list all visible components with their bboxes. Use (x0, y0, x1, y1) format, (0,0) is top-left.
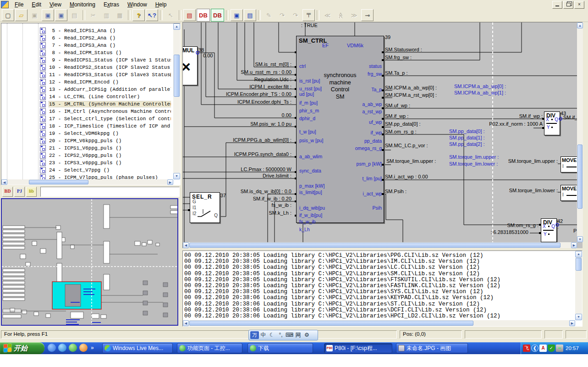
toolbar-button[interactable]: ▣ (42, 9, 54, 21)
toolbar-button[interactable]: ▢ (2, 9, 14, 21)
toolbar-button[interactable]: ▤ (68, 9, 81, 21)
taskbar-task-button[interactable]: 下载 (247, 343, 313, 353)
scroll-thumb[interactable] (189, 243, 561, 248)
scroll-left-button[interactable]: ◀ (183, 242, 189, 248)
toolbar-button[interactable]: ▣ (231, 9, 243, 21)
tree-item[interactable]: 8 - Read_ICPM_Status () (1, 49, 171, 56)
tree-item[interactable]: 19 - Select_VDM6kppg () (1, 130, 171, 137)
project-view-button[interactable]: BD (2, 187, 13, 197)
project-search-field[interactable] (40, 187, 180, 197)
toolbar-button[interactable] (317, 10, 319, 20)
scroll-thumb[interactable] (577, 145, 583, 209)
toolbar-button[interactable] (258, 10, 261, 20)
tree-item[interactable]: 20 - ICPM_V6kppg_puls () (1, 137, 171, 145)
scroll-up-button[interactable]: ▲ (575, 251, 582, 257)
tree-item[interactable]: 23 - ICPS3_v6ppg_puls () (1, 159, 171, 167)
taskbar-task-button[interactable]: 未命名.JPG - 画图 (396, 343, 468, 353)
tree-item[interactable]: 9 - ReadICPS1_Status (ICP slave 1 Status… (1, 56, 171, 64)
menu-item[interactable]: File (11, 1, 27, 8)
ime-icon[interactable]: 中 (259, 331, 268, 339)
toolbar-button[interactable] (226, 10, 229, 20)
toolbar-button[interactable]: ▤ (183, 9, 196, 21)
toolbar-button[interactable]: ▣ (55, 9, 67, 21)
toolbar-button[interactable]: ⊸ (361, 9, 374, 21)
scroll-thumb[interactable] (29, 180, 88, 184)
tree-item[interactable]: 14 - LC_CTRL (Line Controller) (1, 93, 171, 100)
tree-vscrollbar[interactable]: ▲ ▼ (173, 23, 180, 179)
scroll-right-button[interactable]: ▶ (167, 179, 173, 185)
tree-item[interactable]: 12 - Read_ICPM_Encod () (1, 78, 171, 86)
toolbar-button[interactable]: ▱ (15, 9, 27, 21)
tree-item[interactable]: 16 - IM_Ctrl (Asynchronous Machine Contr… (1, 108, 171, 115)
browser-quick-icon[interactable] (58, 344, 66, 352)
schematic-canvas[interactable]: SM_CTRL EF VDM6k synchronous machine Con… (183, 22, 577, 242)
tree-item[interactable]: 11 - ReadICPS3_Status (ICP Slave3 Status… (1, 71, 171, 78)
tree-item[interactable]: 15 - SM_CTRL (Synchron Machine Controlle… (1, 100, 171, 108)
pps-quick-icon[interactable] (79, 344, 88, 352)
toolbar-button[interactable] (128, 10, 131, 20)
toolbar-button[interactable]: ↖ (165, 9, 177, 21)
toolbar-button[interactable]: DB (197, 9, 210, 22)
toolbar-button[interactable]: ↷ (289, 9, 302, 21)
toolbar-button[interactable]: ⊩ (302, 9, 315, 21)
taskbar-task-button[interactable]: 功能页面 - 工控... (177, 343, 242, 353)
schematic-overview-minimap[interactable] (1, 198, 178, 326)
tree-item[interactable]: 6 - Read_ICPS2_Ana () (1, 34, 171, 42)
tree-item[interactable]: 24 - Select_V7ppg () (1, 167, 171, 174)
toolbar-button[interactable] (179, 10, 181, 20)
tree-item[interactable]: 13 - AddCurr_ICPSig (Addition of paralle… (1, 86, 171, 93)
scroll-up-button[interactable]: ▲ (173, 23, 180, 30)
taskbar-task-button[interactable]: Windows Live Mes... (102, 343, 173, 353)
toolbar-button[interactable]: ↷ (276, 9, 288, 21)
tray-icon[interactable]: 飞 (523, 345, 530, 352)
toolbar-button[interactable]: ▣ (28, 9, 41, 21)
scroll-right-button[interactable]: ▶ (571, 242, 577, 248)
scroll-down-button[interactable]: ▼ (575, 314, 582, 320)
close-button[interactable]: × (574, 1, 584, 9)
quick-launch-overflow-chevron[interactable]: » (91, 345, 94, 351)
menu-item[interactable]: Window (123, 1, 151, 8)
canvas-vscrollbar[interactable]: ▲ ▼ (577, 22, 583, 242)
scroll-down-button[interactable]: ▼ (577, 236, 583, 242)
start-button[interactable]: 开始 (0, 342, 44, 354)
tray-icon[interactable]: ❰ (531, 345, 539, 352)
project-view-button[interactable]: PJ (14, 187, 25, 197)
tray-icon[interactable]: A (539, 345, 547, 352)
toolbar-button[interactable]: DB (211, 9, 224, 22)
tray-icon[interactable]: ✓ (548, 345, 555, 352)
minimize-button[interactable] (552, 1, 562, 9)
ime-icon[interactable]: ⚙ (302, 331, 311, 339)
menu-item[interactable]: View (45, 1, 66, 8)
tree-item[interactable]: 22 - ICPS2_V6ppg_puls () (1, 152, 171, 159)
scroll-left-button[interactable]: ◀ (1, 179, 7, 185)
project-view-button[interactable]: lib (26, 187, 37, 197)
tree-item[interactable]: 7 - Read_ICPS3_Ana () (1, 42, 171, 49)
log-vscrollbar[interactable]: ▲ ▼ (575, 251, 582, 320)
tree-hscrollbar[interactable]: ◀ ▶ (1, 179, 173, 185)
ime-icon[interactable]: 网 (294, 331, 302, 339)
canvas-hscrollbar[interactable]: ◀ ▶ (183, 242, 577, 248)
menu-item[interactable]: Monitoring (66, 1, 99, 8)
toolbar-button[interactable]: ▥ (100, 9, 113, 21)
log-hscrollbar[interactable]: ◀ ▶ (183, 320, 575, 326)
tray-icon[interactable]: ▪▪ (556, 345, 563, 352)
scroll-thumb[interactable] (174, 55, 180, 97)
toolbar-button[interactable]: ✂ (87, 9, 99, 21)
taskbar-task-button[interactable]: P80 P80i - [F:\csp程... (324, 343, 392, 353)
tree-item[interactable]: 10 - ReadICPS2_Status (ICP Slave2 Status… (1, 64, 171, 71)
toolbar-button[interactable]: ↖? (146, 9, 158, 21)
scroll-left-button[interactable]: ◀ (183, 320, 189, 326)
toolbar-button[interactable]: ? (132, 9, 145, 21)
scroll-up-button[interactable]: ▲ (577, 22, 583, 28)
toolbar-button[interactable]: ▤ (244, 9, 256, 21)
tree-item[interactable]: 21 - ICPS1_V6ppg_puls () (1, 145, 171, 152)
restore-button[interactable] (563, 1, 573, 9)
ime-icon[interactable]: ⌨ (285, 331, 294, 339)
menu-item[interactable]: Edit (27, 1, 45, 8)
toolbar-button[interactable] (82, 10, 85, 20)
messenger-quick-icon[interactable] (48, 344, 56, 352)
tree-item[interactable]: 5 - Read_ICPS1_Ana () (1, 27, 171, 34)
media-quick-icon[interactable] (69, 344, 77, 352)
ime-icon[interactable]: 万 (250, 331, 259, 339)
toolbar-button[interactable]: ✎ (263, 9, 275, 21)
